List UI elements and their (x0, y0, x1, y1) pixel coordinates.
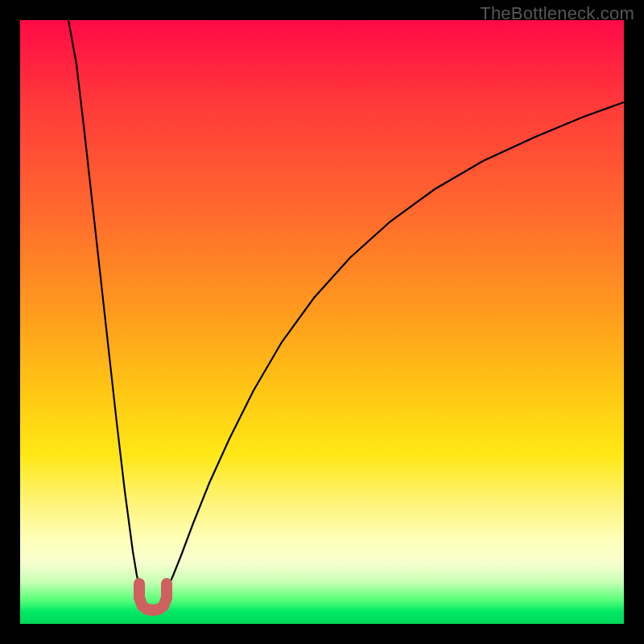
bottom-marker (139, 584, 167, 610)
curve-left-branch (68, 20, 145, 600)
watermark-text: TheBottleneck.com (480, 3, 634, 24)
chart-svg (20, 20, 624, 624)
curve-right-branch (161, 102, 624, 600)
chart-plot-area (20, 20, 624, 624)
chart-frame: TheBottleneck.com (0, 0, 644, 644)
